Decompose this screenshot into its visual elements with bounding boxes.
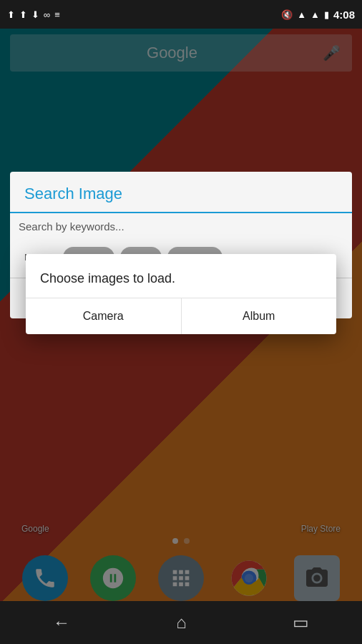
download-icon: ⬇ <box>31 9 39 20</box>
signal-icon: ▲ <box>310 9 320 20</box>
status-bar: ⬆ ⬆ ⬇ ∞ ≡ 🔇 ▲ ▲ ▮ 4:08 <box>0 0 362 29</box>
loop-icon: ∞ <box>44 9 50 20</box>
status-icons-right: 🔇 ▲ ▲ ▮ 4:08 <box>281 9 355 21</box>
back-button[interactable]: ← <box>53 613 70 633</box>
dialog-buttons: Camera Album <box>26 298 336 334</box>
mute-icon: 🔇 <box>281 9 293 20</box>
home-button[interactable]: ⌂ <box>176 613 187 633</box>
status-icons-left: ⬆ ⬆ ⬇ ∞ ≡ <box>7 9 60 20</box>
upload2-icon: ⬆ <box>19 9 27 20</box>
recents-button[interactable]: ▭ <box>293 613 309 633</box>
camera-button[interactable]: Camera <box>26 298 182 334</box>
nav-bar: ← ⌂ ▭ <box>0 601 362 644</box>
dialog-message: Choose images to load. <box>26 254 336 298</box>
panel-title: Search Image <box>10 172 352 213</box>
choose-images-dialog: Choose images to load. Camera Album <box>26 254 336 334</box>
album-button[interactable]: Album <box>182 298 337 334</box>
battery-icon: ▮ <box>324 9 329 20</box>
menu-icon: ≡ <box>54 9 60 20</box>
status-time: 4:08 <box>333 9 355 21</box>
upload-icon: ⬆ <box>7 9 15 20</box>
wifi-icon: ▲ <box>297 9 306 20</box>
panel-subtitle: Search by keywords... <box>10 213 352 240</box>
